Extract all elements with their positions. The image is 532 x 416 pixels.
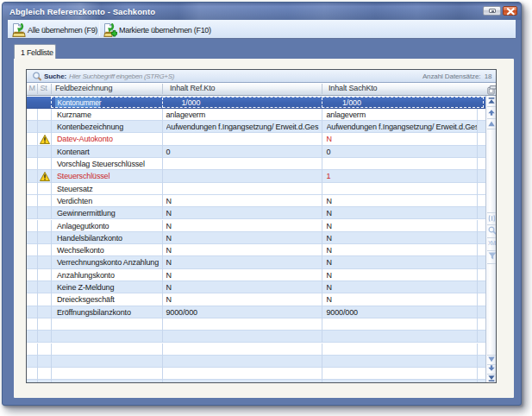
svg-text:XML: XML xyxy=(488,240,497,246)
